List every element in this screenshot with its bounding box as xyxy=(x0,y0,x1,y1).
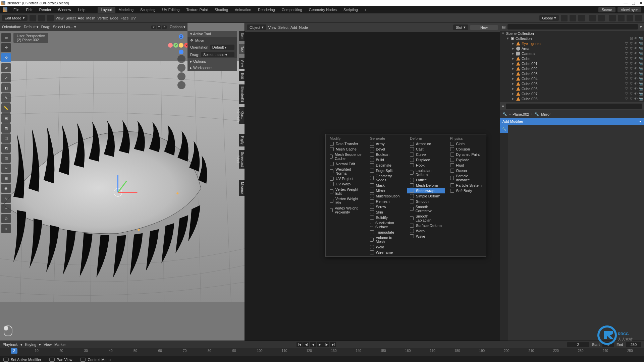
modifier-smooth-corrective[interactable]: Smooth Corrective xyxy=(407,204,445,214)
modifier-ocean[interactable]: Ocean xyxy=(447,168,485,173)
tool-extrude-icon[interactable]: ⬒ xyxy=(1,123,11,133)
modifier-particle-instance[interactable]: Particle Instance xyxy=(447,173,485,183)
modifier-cloth[interactable]: Cloth xyxy=(447,141,485,146)
modifier-skin[interactable]: Skin xyxy=(367,209,405,215)
outliner-row[interactable]: ▸Cube.002▽▽👁📷 xyxy=(500,66,644,71)
tool-edgeslide-icon[interactable]: ↔ xyxy=(1,204,11,213)
play-icon[interactable]: ▶ xyxy=(317,342,323,347)
timeline-marker[interactable]: Marker xyxy=(54,343,66,347)
tool-loopcut-icon[interactable]: ▥ xyxy=(1,154,11,163)
tab-layout[interactable]: Layout xyxy=(98,7,115,13)
modifier-displace[interactable]: Displace xyxy=(407,157,445,163)
modifier-uv-warp[interactable]: UV Warp xyxy=(327,181,365,187)
nav-pan-icon[interactable] xyxy=(177,64,185,72)
vp-menu-uv[interactable]: UV xyxy=(131,16,136,20)
tool-cursor-icon[interactable]: ✛ xyxy=(1,43,11,52)
viewlayer-selector[interactable]: ViewLayer xyxy=(618,7,641,12)
options-popover[interactable]: Options ▾ xyxy=(170,25,185,29)
modifier-mask[interactable]: Mask xyxy=(367,183,405,188)
modifier-mesh-cache[interactable]: Mesh Cache xyxy=(327,146,365,152)
modifier-surface-deform[interactable]: Surface Deform xyxy=(407,223,445,228)
shader-menu-select[interactable]: Select xyxy=(278,25,288,29)
modifier-mirror[interactable]: Mirror xyxy=(367,188,405,193)
outliner-row[interactable]: ▸Cube.001▽▽👁📷 xyxy=(500,61,644,66)
outliner-row[interactable]: ▸Cube.003▽▽👁📷 xyxy=(500,71,644,76)
tool-move-icon[interactable]: ✥ xyxy=(1,53,11,62)
tool-shrink-icon[interactable]: ⊙ xyxy=(1,214,11,223)
modifier-vertex-weight-edit[interactable]: Vertex Weight Edit xyxy=(327,187,365,196)
vp-menu-vertex[interactable]: Vertex xyxy=(97,16,108,20)
outliner-row[interactable]: ▸Eye - green▽▽👁📷 xyxy=(500,41,644,46)
outliner-row[interactable]: ▸Cube▽▽👁📷 xyxy=(500,56,644,61)
next-key-icon[interactable]: |▶ xyxy=(323,342,329,347)
modifier-edge-split[interactable]: Edge Split xyxy=(367,168,405,173)
modifier-soft-body[interactable]: Soft Body xyxy=(447,188,485,193)
tool-annotate-icon[interactable]: ✎ xyxy=(1,93,11,103)
outliner-row[interactable]: ▸Camera▽▽👁📷 xyxy=(500,51,644,56)
modifier-lattice[interactable]: Lattice xyxy=(407,177,445,183)
nav-gizmo[interactable]: Z Y X xyxy=(165,33,185,53)
outliner-type-icon[interactable]: ▤ xyxy=(502,25,505,29)
snap-icon[interactable] xyxy=(570,15,576,21)
modifier-normal-edit[interactable]: Normal Edit xyxy=(327,161,365,167)
modifier-fluid[interactable]: Fluid xyxy=(447,163,485,168)
tab-edit[interactable]: Edit xyxy=(239,71,245,81)
modifier-smooth-laplacian[interactable]: Smooth Laplacian xyxy=(407,214,445,223)
panel-options[interactable]: Options xyxy=(193,59,206,63)
new-material-button[interactable]: New xyxy=(470,25,498,30)
minimize-button[interactable]: — xyxy=(624,1,628,5)
tab-texture-paint[interactable]: Texture Paint xyxy=(183,7,211,13)
modifier-curve[interactable]: Curve xyxy=(407,152,445,157)
tab-blenderkit[interactable]: BlenderKit xyxy=(239,84,245,104)
timeline-playback[interactable]: Playback xyxy=(3,343,18,347)
tab-item[interactable]: Item xyxy=(239,31,245,41)
select-edge-icon[interactable] xyxy=(38,15,45,21)
shader-menu-view[interactable]: View xyxy=(268,25,276,29)
nav-zoom-icon[interactable] xyxy=(177,55,185,63)
modifier-geometry-nodes[interactable]: Geometry Nodes xyxy=(367,173,405,183)
vp-menu-view[interactable]: View xyxy=(56,16,64,20)
outliner-search-input[interactable] xyxy=(507,24,638,29)
collection[interactable]: Collection xyxy=(516,37,532,41)
shading-wire-icon[interactable] xyxy=(609,15,616,21)
tab-shading[interactable]: Shading xyxy=(211,7,231,13)
modifier-mesh-deform[interactable]: Mesh Deform xyxy=(407,183,445,188)
vp-menu-select[interactable]: Select xyxy=(65,16,76,20)
tool-rotate-icon[interactable]: ⟳ xyxy=(1,63,11,72)
vp-menu-add[interactable]: Add xyxy=(78,16,85,20)
tab-modeling[interactable]: Modeling xyxy=(115,7,137,13)
modifier-simple-deform[interactable]: Simple Deform xyxy=(407,193,445,199)
tool-smooth-icon[interactable]: ∿ xyxy=(1,194,11,203)
modifier-solidify[interactable]: Solidify xyxy=(367,215,405,220)
transform-orientation[interactable]: Global ▾ xyxy=(539,15,559,21)
shading-solid-icon[interactable] xyxy=(618,15,625,21)
modifier-triangulate[interactable]: Triangulate xyxy=(367,230,405,235)
tab-rigify[interactable]: Rigify xyxy=(239,134,245,146)
shading-rendered-icon[interactable] xyxy=(635,15,642,21)
shader-menu-node[interactable]: Node xyxy=(299,25,308,29)
modifier-volume-to-mesh[interactable]: Volume to Mesh xyxy=(367,235,405,244)
add-modifier-button[interactable]: Add Modifier▾ xyxy=(500,118,644,125)
breadcrumb-modifier[interactable]: Mirror xyxy=(541,112,551,116)
modifier-wave[interactable]: Wave xyxy=(407,234,445,239)
outliner-row[interactable]: ▸Cube.007▽▽👁📷 xyxy=(500,91,644,96)
outliner-row[interactable]: ▸Area▽▽👁📷 xyxy=(500,46,644,51)
drag-select[interactable]: Select Las... ▾ xyxy=(53,25,76,29)
props-tab-modifier-icon[interactable]: 🔧 xyxy=(500,125,508,133)
modifier-subdivision-surface[interactable]: Subdivision Surface xyxy=(367,220,405,230)
tab-rendering[interactable]: Rendering xyxy=(255,7,278,13)
modifier-screw[interactable]: Screw xyxy=(367,204,405,209)
pivot-icon[interactable] xyxy=(561,15,568,21)
menu-render[interactable]: Render xyxy=(37,7,54,12)
outliner-row[interactable]: ▸Cube.004▽▽👁📷 xyxy=(500,76,644,81)
modifier-vertex-weight-mix[interactable]: Vertex Weight Mix xyxy=(327,196,365,205)
tab-tool[interactable]: Tool xyxy=(239,44,245,54)
menu-help[interactable]: Help xyxy=(75,7,88,12)
jump-start-icon[interactable]: |◀ xyxy=(297,342,303,347)
tool-bevel-icon[interactable]: ◩ xyxy=(1,143,11,153)
timeline-view[interactable]: View xyxy=(44,343,52,347)
3d-viewport[interactable]: Orientation: Default ▾ Drag: Select Las.… xyxy=(0,23,245,341)
modifier-warp[interactable]: Warp xyxy=(407,228,445,234)
tab-scripting[interactable]: Scripting xyxy=(340,7,361,13)
modifier-vertex-weight-proximity[interactable]: Vertex Weight Proximity xyxy=(327,205,365,215)
